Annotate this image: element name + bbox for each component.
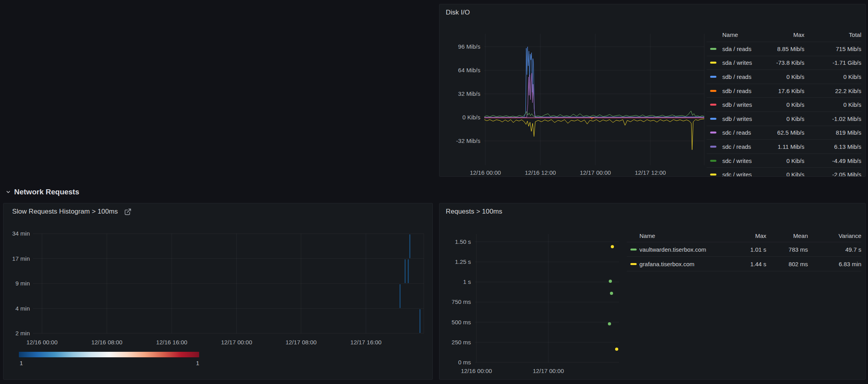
y-axis-tick-label: 1 s (439, 278, 471, 285)
legend-header-total[interactable]: Total (804, 31, 861, 38)
section-title: Network Requests (14, 188, 79, 196)
legend-max: 0 Kib/s (753, 171, 804, 177)
legend-swatch-cell (707, 90, 722, 92)
legend-total: 819 Mib/s (804, 129, 861, 136)
legend-max: 8.85 Mib/s (753, 46, 804, 52)
series-color-swatch-icon (710, 76, 716, 78)
legend-name: sdc / writes (722, 171, 753, 177)
y-axis-tick-label: 0 ms (439, 359, 471, 366)
scatter-point[interactable] (608, 322, 611, 325)
legend-row[interactable]: sdb / writes0 Kib/s-1.02 Mib/s (707, 112, 861, 126)
legend-max: 0 Kib/s (753, 73, 804, 80)
legend-row[interactable]: sdb / reads17.6 Kib/s22.2 Kib/s (707, 84, 861, 98)
legend-name: sdc / reads (722, 129, 753, 136)
y-axis-tick-label: 250 ms (439, 339, 471, 346)
legend-total: -1.02 Mib/s (804, 115, 861, 122)
legend-row[interactable]: sdc / reads1.11 Mib/s6.13 Mib/s (707, 139, 861, 154)
legend-row[interactable]: sdb / writes0 Kib/s0 Kib/s (707, 97, 861, 112)
section-network-requests[interactable]: Network Requests (5, 187, 79, 197)
disk-io-legend: NameMaxTotalsda / reads8.85 Mib/s715 Mib… (707, 28, 861, 176)
legend-swatch-cell (627, 263, 639, 265)
series-color-swatch-icon (710, 48, 716, 50)
y-axis-tick-label: 17 min (4, 255, 30, 262)
y-axis-tick-label: 1.25 s (439, 258, 471, 265)
series-line (484, 111, 704, 117)
x-axis-tick-label: 12/17 00:00 (521, 368, 576, 375)
legend-name: sdb / reads (722, 73, 753, 80)
legend-total: 0 Kib/s (804, 101, 861, 108)
requests-over-100ms-chart[interactable] (475, 234, 619, 362)
legend-header-mean[interactable]: Mean (766, 232, 808, 239)
heatmap-cell[interactable] (408, 260, 409, 283)
legend-header-name[interactable]: Name (639, 232, 722, 239)
scatter-point[interactable] (609, 280, 612, 283)
legend-mean: 783 ms (766, 246, 808, 253)
legend-name: sdc / writes (722, 157, 753, 164)
y-axis-tick-label: 4 min (4, 305, 30, 312)
legend-variance: 49.7 s (808, 246, 861, 253)
legend-max: 1.01 s (722, 246, 766, 253)
series-color-swatch-icon (710, 104, 716, 106)
requests-panel-title[interactable]: Requests > 100ms (446, 208, 502, 216)
legend-row[interactable]: sdc / writes0 Kib/s-2.05 Mib/s (707, 167, 861, 177)
legend-header-max[interactable]: Max (722, 232, 766, 239)
disk-io-chart[interactable] (484, 34, 704, 165)
legend-name: sdc / reads (722, 143, 753, 150)
legend-total: -4.49 Mib/s (804, 157, 861, 164)
y-axis-tick-label: 64 Mib/s (439, 67, 480, 74)
y-axis-tick-label: 34 min (4, 230, 30, 237)
x-axis-tick-label: 12/17 12:00 (623, 169, 678, 176)
heatmap-cell[interactable] (399, 284, 401, 308)
x-axis-tick-label: 12/17 00:00 (568, 169, 623, 176)
legend-swatch-cell (707, 146, 722, 148)
y-axis-tick-label: 32 Mib/s (439, 90, 480, 97)
scatter-point[interactable] (611, 245, 614, 248)
legend-header-row: NameMaxTotal (707, 28, 861, 42)
x-axis-tick-label: 12/17 00:00 (209, 339, 264, 346)
legend-swatch-cell (707, 132, 722, 133)
slow-requests-panel-title[interactable]: Slow Requests Histogram > 100ms (12, 208, 118, 216)
external-link-icon[interactable] (124, 208, 132, 216)
y-axis-tick-label: 0 Kib/s (439, 114, 480, 121)
series-color-swatch-icon (710, 174, 716, 176)
legend-total: 0 Kib/s (804, 73, 861, 80)
requests-legend: NameMaxMeanVariancevaultwarden.tiserbox.… (627, 229, 861, 271)
legend-row[interactable]: grafana.tiserbox.com1.44 s802 ms6.83 min (627, 256, 861, 271)
series-color-swatch-icon (710, 118, 716, 120)
legend-swatch-cell (707, 76, 722, 78)
disk-io-panel-title[interactable]: Disk I/O (446, 9, 470, 16)
heatmap-cell[interactable] (409, 234, 410, 258)
legend-swatch-cell (707, 104, 722, 106)
slow-requests-histogram-chart[interactable] (33, 234, 424, 333)
legend-row[interactable]: sda / writes-73.8 Kib/s-1.71 Gib/s (707, 56, 861, 70)
legend-row[interactable]: vaultwarden.tiserbox.com1.01 s783 ms49.7… (627, 242, 861, 256)
legend-total: -2.05 Mib/s (804, 171, 861, 177)
legend-mean: 802 ms (766, 261, 808, 267)
panel-slow-requests-histogram: Slow Requests Histogram > 100ms 1 1 34 m… (3, 203, 433, 380)
series-color-swatch-icon (630, 249, 637, 251)
series-color-swatch-icon (710, 62, 716, 64)
legend-name: sdb / writes (722, 101, 753, 108)
scatter-point[interactable] (615, 347, 618, 351)
legend-header-name[interactable]: Name (722, 31, 753, 38)
legend-row[interactable]: sda / reads8.85 Mib/s715 Mib/s (707, 42, 861, 56)
x-axis-tick-label: 12/16 00:00 (458, 169, 513, 176)
series-color-swatch-icon (630, 263, 637, 265)
legend-row[interactable]: sdc / writes0 Kib/s-4.49 Mib/s (707, 154, 861, 168)
legend-swatch-cell (707, 118, 722, 120)
x-axis-tick-label: 12/17 16:00 (339, 339, 394, 346)
heatmap-cell[interactable] (419, 309, 421, 333)
colorbar-min-label: 1 (20, 360, 23, 366)
legend-variance: 6.83 min (808, 261, 861, 267)
heatmap-cell[interactable] (405, 260, 406, 283)
legend-max: 0 Kib/s (753, 115, 804, 122)
legend-swatch-cell (707, 62, 722, 64)
scatter-point[interactable] (610, 292, 613, 295)
legend-row[interactable]: sdb / reads0 Kib/s0 Kib/s (707, 69, 861, 84)
legend-name: sdb / reads (722, 88, 753, 94)
y-axis-tick-label: -32 Mib/s (439, 137, 480, 144)
legend-row[interactable]: sdc / reads62.5 Mib/s819 Mib/s (707, 126, 861, 140)
x-axis-tick-label: 12/16 08:00 (79, 339, 134, 346)
legend-header-variance[interactable]: Variance (808, 232, 861, 239)
legend-header-max[interactable]: Max (753, 31, 804, 38)
